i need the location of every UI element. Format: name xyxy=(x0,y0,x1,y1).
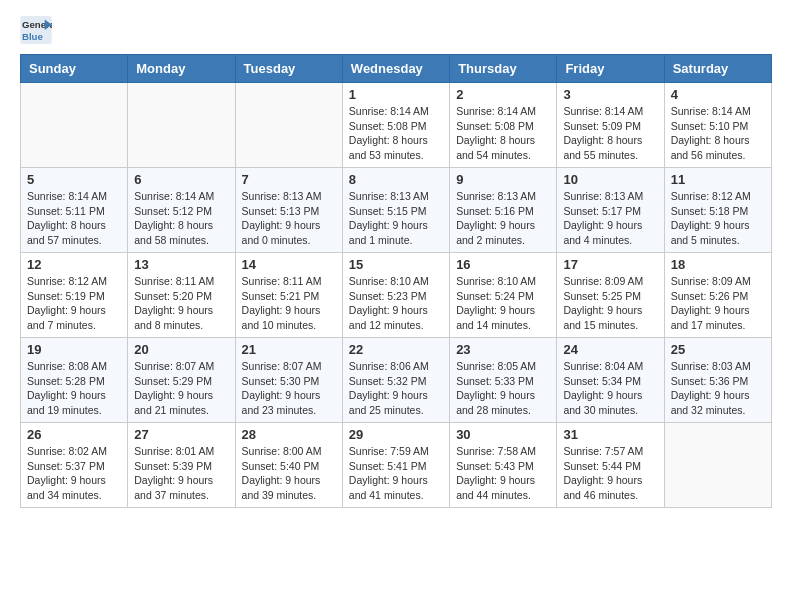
day-content: Sunrise: 8:11 AM Sunset: 5:20 PM Dayligh… xyxy=(134,274,228,333)
day-content: Sunrise: 8:08 AM Sunset: 5:28 PM Dayligh… xyxy=(27,359,121,418)
day-number: 30 xyxy=(456,427,550,442)
day-cell xyxy=(128,83,235,168)
day-cell: 10Sunrise: 8:13 AM Sunset: 5:17 PM Dayli… xyxy=(557,168,664,253)
day-cell: 6Sunrise: 8:14 AM Sunset: 5:12 PM Daylig… xyxy=(128,168,235,253)
day-content: Sunrise: 8:01 AM Sunset: 5:39 PM Dayligh… xyxy=(134,444,228,503)
day-content: Sunrise: 8:12 AM Sunset: 5:18 PM Dayligh… xyxy=(671,189,765,248)
day-cell: 21Sunrise: 8:07 AM Sunset: 5:30 PM Dayli… xyxy=(235,338,342,423)
day-cell xyxy=(664,423,771,508)
day-cell: 31Sunrise: 7:57 AM Sunset: 5:44 PM Dayli… xyxy=(557,423,664,508)
calendar-header: SundayMondayTuesdayWednesdayThursdayFrid… xyxy=(21,55,772,83)
week-row-2: 5Sunrise: 8:14 AM Sunset: 5:11 PM Daylig… xyxy=(21,168,772,253)
day-cell: 26Sunrise: 8:02 AM Sunset: 5:37 PM Dayli… xyxy=(21,423,128,508)
day-cell: 19Sunrise: 8:08 AM Sunset: 5:28 PM Dayli… xyxy=(21,338,128,423)
day-number: 19 xyxy=(27,342,121,357)
day-cell: 30Sunrise: 7:58 AM Sunset: 5:43 PM Dayli… xyxy=(450,423,557,508)
day-number: 17 xyxy=(563,257,657,272)
day-number: 23 xyxy=(456,342,550,357)
day-content: Sunrise: 8:13 AM Sunset: 5:15 PM Dayligh… xyxy=(349,189,443,248)
day-cell: 27Sunrise: 8:01 AM Sunset: 5:39 PM Dayli… xyxy=(128,423,235,508)
day-content: Sunrise: 8:14 AM Sunset: 5:08 PM Dayligh… xyxy=(349,104,443,163)
day-number: 10 xyxy=(563,172,657,187)
day-cell: 18Sunrise: 8:09 AM Sunset: 5:26 PM Dayli… xyxy=(664,253,771,338)
day-cell: 5Sunrise: 8:14 AM Sunset: 5:11 PM Daylig… xyxy=(21,168,128,253)
day-cell: 22Sunrise: 8:06 AM Sunset: 5:32 PM Dayli… xyxy=(342,338,449,423)
day-number: 4 xyxy=(671,87,765,102)
day-cell: 15Sunrise: 8:10 AM Sunset: 5:23 PM Dayli… xyxy=(342,253,449,338)
header-cell-sunday: Sunday xyxy=(21,55,128,83)
day-content: Sunrise: 8:07 AM Sunset: 5:29 PM Dayligh… xyxy=(134,359,228,418)
day-number: 18 xyxy=(671,257,765,272)
day-cell: 7Sunrise: 8:13 AM Sunset: 5:13 PM Daylig… xyxy=(235,168,342,253)
day-number: 12 xyxy=(27,257,121,272)
day-number: 7 xyxy=(242,172,336,187)
day-number: 27 xyxy=(134,427,228,442)
day-content: Sunrise: 7:58 AM Sunset: 5:43 PM Dayligh… xyxy=(456,444,550,503)
day-content: Sunrise: 8:14 AM Sunset: 5:10 PM Dayligh… xyxy=(671,104,765,163)
logo-icon: General Blue xyxy=(20,16,52,44)
day-content: Sunrise: 8:00 AM Sunset: 5:40 PM Dayligh… xyxy=(242,444,336,503)
day-content: Sunrise: 8:09 AM Sunset: 5:26 PM Dayligh… xyxy=(671,274,765,333)
day-content: Sunrise: 8:02 AM Sunset: 5:37 PM Dayligh… xyxy=(27,444,121,503)
week-row-1: 1Sunrise: 8:14 AM Sunset: 5:08 PM Daylig… xyxy=(21,83,772,168)
day-number: 21 xyxy=(242,342,336,357)
day-cell: 29Sunrise: 7:59 AM Sunset: 5:41 PM Dayli… xyxy=(342,423,449,508)
page-header: General Blue xyxy=(20,16,772,44)
day-number: 6 xyxy=(134,172,228,187)
day-number: 3 xyxy=(563,87,657,102)
day-content: Sunrise: 7:59 AM Sunset: 5:41 PM Dayligh… xyxy=(349,444,443,503)
header-cell-tuesday: Tuesday xyxy=(235,55,342,83)
day-cell: 20Sunrise: 8:07 AM Sunset: 5:29 PM Dayli… xyxy=(128,338,235,423)
day-cell: 2Sunrise: 8:14 AM Sunset: 5:08 PM Daylig… xyxy=(450,83,557,168)
day-content: Sunrise: 8:03 AM Sunset: 5:36 PM Dayligh… xyxy=(671,359,765,418)
day-content: Sunrise: 8:13 AM Sunset: 5:17 PM Dayligh… xyxy=(563,189,657,248)
day-content: Sunrise: 8:13 AM Sunset: 5:16 PM Dayligh… xyxy=(456,189,550,248)
day-number: 31 xyxy=(563,427,657,442)
day-number: 24 xyxy=(563,342,657,357)
day-cell: 4Sunrise: 8:14 AM Sunset: 5:10 PM Daylig… xyxy=(664,83,771,168)
day-number: 22 xyxy=(349,342,443,357)
header-cell-wednesday: Wednesday xyxy=(342,55,449,83)
day-number: 26 xyxy=(27,427,121,442)
day-content: Sunrise: 8:13 AM Sunset: 5:13 PM Dayligh… xyxy=(242,189,336,248)
day-cell: 16Sunrise: 8:10 AM Sunset: 5:24 PM Dayli… xyxy=(450,253,557,338)
day-cell: 8Sunrise: 8:13 AM Sunset: 5:15 PM Daylig… xyxy=(342,168,449,253)
day-cell: 1Sunrise: 8:14 AM Sunset: 5:08 PM Daylig… xyxy=(342,83,449,168)
day-cell: 28Sunrise: 8:00 AM Sunset: 5:40 PM Dayli… xyxy=(235,423,342,508)
day-number: 29 xyxy=(349,427,443,442)
day-content: Sunrise: 8:10 AM Sunset: 5:23 PM Dayligh… xyxy=(349,274,443,333)
day-number: 8 xyxy=(349,172,443,187)
day-content: Sunrise: 8:05 AM Sunset: 5:33 PM Dayligh… xyxy=(456,359,550,418)
day-cell: 12Sunrise: 8:12 AM Sunset: 5:19 PM Dayli… xyxy=(21,253,128,338)
day-number: 25 xyxy=(671,342,765,357)
day-cell: 25Sunrise: 8:03 AM Sunset: 5:36 PM Dayli… xyxy=(664,338,771,423)
day-cell: 24Sunrise: 8:04 AM Sunset: 5:34 PM Dayli… xyxy=(557,338,664,423)
day-content: Sunrise: 8:10 AM Sunset: 5:24 PM Dayligh… xyxy=(456,274,550,333)
svg-text:Blue: Blue xyxy=(22,31,43,42)
calendar-body: 1Sunrise: 8:14 AM Sunset: 5:08 PM Daylig… xyxy=(21,83,772,508)
day-content: Sunrise: 7:57 AM Sunset: 5:44 PM Dayligh… xyxy=(563,444,657,503)
day-cell: 23Sunrise: 8:05 AM Sunset: 5:33 PM Dayli… xyxy=(450,338,557,423)
day-number: 15 xyxy=(349,257,443,272)
day-number: 5 xyxy=(27,172,121,187)
day-content: Sunrise: 8:06 AM Sunset: 5:32 PM Dayligh… xyxy=(349,359,443,418)
week-row-4: 19Sunrise: 8:08 AM Sunset: 5:28 PM Dayli… xyxy=(21,338,772,423)
day-number: 28 xyxy=(242,427,336,442)
day-number: 13 xyxy=(134,257,228,272)
day-cell: 14Sunrise: 8:11 AM Sunset: 5:21 PM Dayli… xyxy=(235,253,342,338)
day-number: 1 xyxy=(349,87,443,102)
day-cell xyxy=(21,83,128,168)
day-cell: 11Sunrise: 8:12 AM Sunset: 5:18 PM Dayli… xyxy=(664,168,771,253)
day-cell: 17Sunrise: 8:09 AM Sunset: 5:25 PM Dayli… xyxy=(557,253,664,338)
header-cell-thursday: Thursday xyxy=(450,55,557,83)
header-cell-friday: Friday xyxy=(557,55,664,83)
day-cell: 13Sunrise: 8:11 AM Sunset: 5:20 PM Dayli… xyxy=(128,253,235,338)
day-content: Sunrise: 8:07 AM Sunset: 5:30 PM Dayligh… xyxy=(242,359,336,418)
day-content: Sunrise: 8:04 AM Sunset: 5:34 PM Dayligh… xyxy=(563,359,657,418)
day-content: Sunrise: 8:14 AM Sunset: 5:08 PM Dayligh… xyxy=(456,104,550,163)
day-content: Sunrise: 8:14 AM Sunset: 5:11 PM Dayligh… xyxy=(27,189,121,248)
day-content: Sunrise: 8:14 AM Sunset: 5:12 PM Dayligh… xyxy=(134,189,228,248)
header-row: SundayMondayTuesdayWednesdayThursdayFrid… xyxy=(21,55,772,83)
day-number: 2 xyxy=(456,87,550,102)
day-content: Sunrise: 8:11 AM Sunset: 5:21 PM Dayligh… xyxy=(242,274,336,333)
